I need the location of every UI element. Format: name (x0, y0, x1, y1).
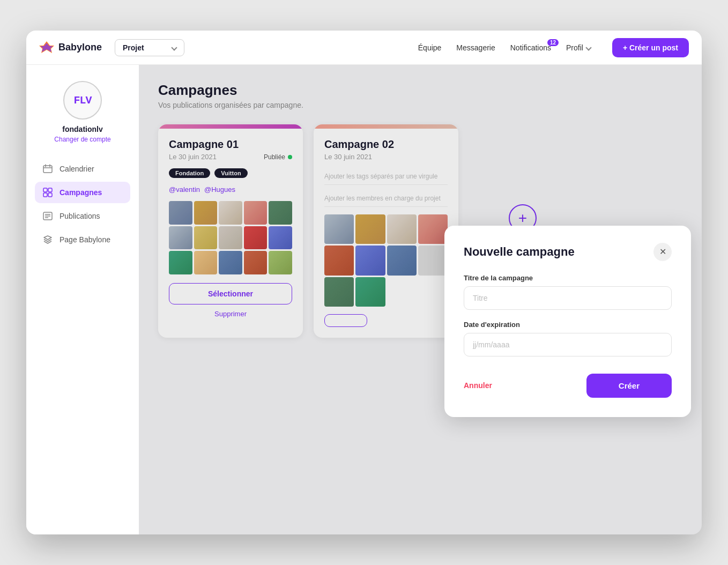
svg-rect-2 (43, 166, 52, 173)
sidebar-username: fondationlv (62, 125, 102, 133)
new-campaign-modal: Nouvelle campagne ✕ Titre de la campagne… (444, 226, 691, 417)
header: Babylone Projet Équipe Messagerie Notifi… (26, 31, 702, 65)
modal-actions: Annuler Créer (464, 374, 672, 398)
modal-header: Nouvelle campagne ✕ (464, 243, 672, 261)
grid-icon (42, 187, 53, 198)
notifications-badge: 12 (547, 39, 559, 46)
profil-chevron-icon (585, 44, 591, 50)
sidebar-item-label: Campagnes (60, 188, 102, 197)
modal-overlay: Nouvelle campagne ✕ Titre de la campagne… (139, 65, 702, 534)
date-label: Date d'expiration (464, 321, 672, 329)
calendar-icon (42, 163, 53, 174)
sidebar: FLV fondationlv Changer de compte Calend… (26, 65, 139, 534)
modal-close-button[interactable]: ✕ (653, 243, 672, 261)
title-form-group: Titre de la campagne (464, 274, 672, 310)
project-dropdown[interactable]: Projet (115, 39, 184, 56)
layers-icon (42, 234, 53, 245)
avatar: FLV (63, 81, 102, 120)
chevron-down-icon (171, 44, 177, 50)
main-content: Campagnes Vos publications organisées pa… (139, 65, 702, 534)
svg-rect-9 (48, 193, 52, 197)
svg-rect-6 (43, 188, 47, 192)
sidebar-item-campagnes[interactable]: Campagnes (35, 182, 130, 203)
list-icon (42, 211, 53, 221)
nav-profil[interactable]: Profil (566, 43, 591, 52)
title-label: Titre de la campagne (464, 274, 672, 282)
nav-notifications[interactable]: Notifications 12 (510, 43, 551, 52)
create-post-button[interactable]: + Créer un post (612, 38, 689, 57)
sidebar-item-calendrier[interactable]: Calendrier (35, 158, 130, 180)
svg-rect-7 (48, 188, 52, 192)
body: FLV fondationlv Changer de compte Calend… (26, 65, 702, 534)
nav-messagerie[interactable]: Messagerie (456, 43, 495, 52)
title-input[interactable] (464, 286, 672, 310)
sidebar-item-page-babylone[interactable]: Page Babylone (35, 229, 130, 250)
header-nav: Équipe Messagerie Notifications 12 Profi… (418, 38, 689, 57)
change-account-link[interactable]: Changer de compte (54, 136, 110, 143)
svg-rect-8 (43, 193, 47, 197)
create-button[interactable]: Créer (586, 374, 672, 398)
modal-title: Nouvelle campagne (464, 245, 575, 259)
date-form-group: Date d'expiration (464, 321, 672, 356)
nav-equipe[interactable]: Équipe (418, 43, 442, 52)
logo-icon (39, 40, 54, 55)
sidebar-item-publications[interactable]: Publications (35, 205, 130, 227)
date-input[interactable] (464, 333, 672, 356)
logo: Babylone (39, 40, 102, 55)
app-window: Babylone Projet Équipe Messagerie Notifi… (26, 31, 702, 534)
sidebar-nav: Calendrier Campagnes (35, 158, 130, 250)
cancel-button[interactable]: Annuler (464, 381, 492, 390)
sidebar-item-label: Page Babylone (60, 235, 110, 244)
sidebar-item-label: Publications (60, 212, 100, 220)
logo-text: Babylone (58, 42, 102, 53)
sidebar-item-label: Calendrier (60, 165, 94, 173)
